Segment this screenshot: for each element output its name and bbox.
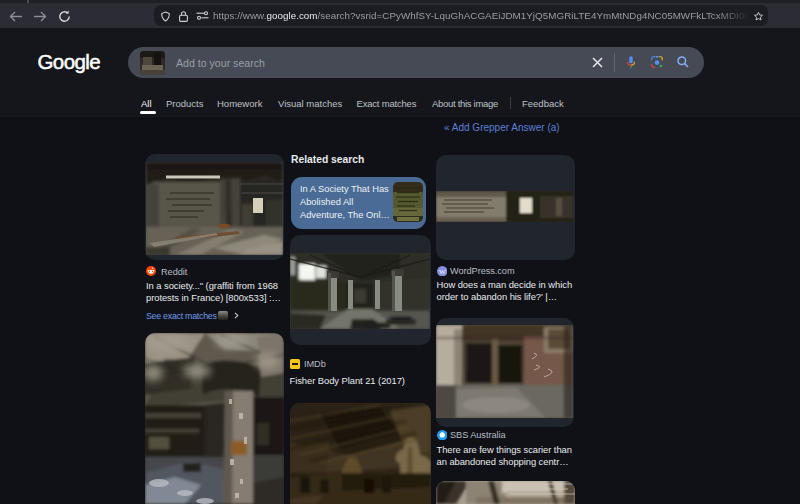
svg-text:W: W bbox=[438, 267, 445, 275]
